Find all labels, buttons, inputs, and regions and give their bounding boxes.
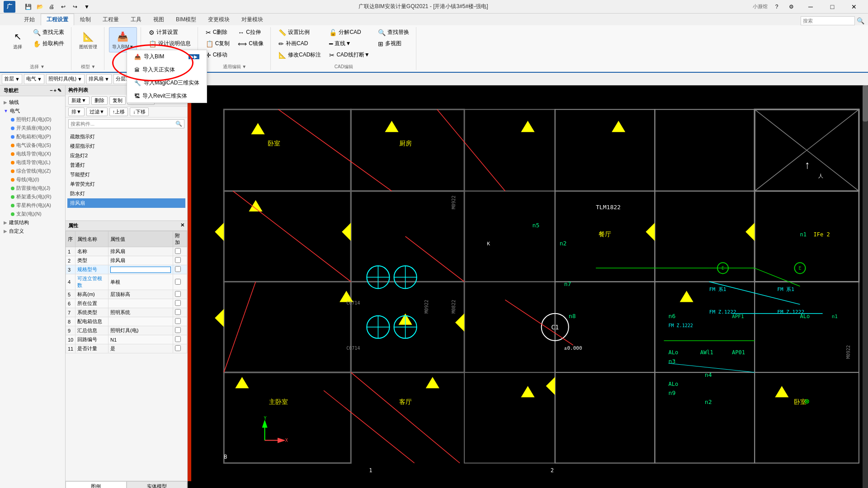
- prop-extra-5[interactable]: [175, 291, 181, 297]
- tab-view[interactable]: 视图: [147, 14, 170, 25]
- nav-item-axis[interactable]: ▶ 轴线: [2, 98, 63, 107]
- prop-input-3[interactable]: [110, 267, 171, 273]
- search-icon[interactable]: 🔍: [857, 17, 864, 24]
- import-bim-btn[interactable]: 📥 导入BIM▼: [109, 27, 137, 52]
- nav-item-lightning[interactable]: 防雷接地(电)(J): [9, 184, 63, 192]
- prop-value-11[interactable]: 是: [108, 344, 173, 353]
- menu-tianzheng[interactable]: 🏛 导入天正实体: [127, 63, 207, 76]
- nav-item-lighting[interactable]: 照明灯具(电)(D): [9, 115, 63, 124]
- prop-extra-11[interactable]: [175, 345, 181, 351]
- find-replace-btn[interactable]: 🔍查找替换: [375, 27, 412, 38]
- prop-extra-9[interactable]: [175, 327, 181, 333]
- c-stretch-btn[interactable]: ↔C拉伸: [235, 27, 267, 38]
- part-item-energy-lamp[interactable]: 节能壁灯: [67, 170, 185, 179]
- prop-extra-2[interactable]: [175, 257, 181, 263]
- menu-revit[interactable]: 🏗 导入Revit三维实体: [127, 89, 207, 103]
- tab-engineering-settings[interactable]: 工程设置: [41, 14, 74, 25]
- maximize-btn[interactable]: □: [822, 0, 843, 14]
- c-mirror-btn[interactable]: ⟺C镜像: [235, 38, 267, 49]
- nav-item-busbar[interactable]: 母线(电)(I): [9, 175, 63, 184]
- c-copy-btn[interactable]: 📋C复制: [203, 38, 233, 49]
- tab-draw[interactable]: 绘制: [74, 14, 97, 25]
- move-down-btn[interactable]: ↓下移: [130, 108, 149, 116]
- tab-legend[interactable]: 图例: [66, 481, 127, 488]
- modify-cad-btn[interactable]: 📐修改CAD标注: [275, 50, 324, 60]
- sort-btn[interactable]: 排▼: [68, 108, 85, 116]
- parts-search-icon[interactable]: 🔍: [174, 120, 184, 128]
- qa-save[interactable]: 💾: [23, 1, 33, 12]
- nav-item-distribution[interactable]: 配电箱柜(电)(P): [9, 132, 63, 141]
- tab-compare[interactable]: 对量模块: [236, 14, 269, 25]
- set-scale-btn[interactable]: 📏设置比例: [275, 27, 324, 38]
- nav-item-wire-conduit[interactable]: 电线导管(电)(X): [9, 150, 63, 158]
- prop-extra-3[interactable]: [175, 266, 181, 272]
- tab-tools[interactable]: 工具: [125, 14, 147, 25]
- nav-edit-btn[interactable]: ✎: [57, 88, 61, 94]
- menu-magicad[interactable]: 🔧 导入MagiCAD三维实体: [127, 76, 207, 89]
- floor-selector[interactable]: 首层▼: [2, 74, 22, 84]
- qa-redo[interactable]: ↪: [70, 1, 80, 12]
- part-item-floor-light[interactable]: 楼层指示灯: [67, 141, 185, 151]
- qa-open[interactable]: 📂: [34, 1, 45, 12]
- qa-print[interactable]: 🖨: [46, 1, 57, 12]
- nav-item-bridge[interactable]: 桥架通头(电)(R): [9, 192, 63, 201]
- prop-value-8[interactable]: [108, 317, 173, 326]
- vscroll-thumb[interactable]: [863, 85, 868, 122]
- tab-start[interactable]: 开始: [18, 14, 41, 25]
- line-btn[interactable]: ━直线▼: [326, 38, 373, 49]
- prop-value-1[interactable]: 排风扇: [108, 247, 173, 256]
- prop-value-9[interactable]: 照明灯具(电): [108, 326, 173, 335]
- select-btn[interactable]: ↖ 选择: [7, 27, 28, 52]
- part-item-escape-light[interactable]: 疏散指示灯: [67, 132, 185, 141]
- move-up-btn[interactable]: ↑上移: [109, 108, 128, 116]
- discipline-selector[interactable]: 电气▼: [24, 74, 44, 84]
- prop-extra-1[interactable]: [175, 248, 181, 254]
- prop-extra-6[interactable]: [175, 300, 181, 306]
- parts-search-input[interactable]: [69, 120, 174, 127]
- nav-add-btn[interactable]: +: [54, 88, 57, 94]
- help-btn[interactable]: ?: [771, 1, 782, 12]
- nav-item-cable-conduit[interactable]: 电缆导管(电)(L): [9, 158, 63, 167]
- cad-break-btn[interactable]: ✂CAD线打断▼: [326, 50, 373, 60]
- part-item-emergency-light[interactable]: 应急灯2: [67, 151, 185, 160]
- prop-extra-8[interactable]: [175, 318, 181, 324]
- nav-item-building[interactable]: ▶ 建筑结构: [2, 218, 63, 227]
- part-item-waterproof[interactable]: 防水灯: [67, 189, 185, 198]
- prop-extra-10[interactable]: [175, 336, 181, 342]
- prop-value-2[interactable]: 排风扇: [108, 256, 173, 265]
- decompose-cad-btn[interactable]: 🔓分解CAD: [326, 27, 373, 38]
- prop-value-5[interactable]: 层顶标高: [108, 290, 173, 299]
- nav-collapse-btn[interactable]: −: [50, 88, 52, 94]
- c-delete-btn[interactable]: ✂C删除: [203, 27, 233, 38]
- part-item-fan[interactable]: 排风扇: [67, 198, 185, 208]
- copy-part-btn[interactable]: 复制: [109, 96, 126, 105]
- props-close[interactable]: ✕: [180, 222, 184, 229]
- qa-undo[interactable]: ↩: [58, 1, 69, 12]
- find-element-btn[interactable]: 🔍查找元素: [30, 27, 67, 38]
- menu-import-bim-main[interactable]: 📥 导入BIM ▶▶: [127, 50, 207, 63]
- ribbon-search-input[interactable]: [801, 16, 855, 25]
- nav-item-electric[interactable]: ▼ 电气: [2, 107, 63, 115]
- part-item-tube-light[interactable]: 单管荧光灯: [67, 179, 185, 189]
- design-info-btn[interactable]: 📋设计说明信息: [146, 38, 194, 49]
- vscroll-bar[interactable]: [863, 85, 868, 488]
- nav-item-misc[interactable]: 零星构件(电)(A): [9, 201, 63, 210]
- prop-value-4[interactable]: 单根: [108, 274, 173, 290]
- qa-more[interactable]: ▼: [81, 1, 92, 12]
- delete-part-btn[interactable]: 删除: [91, 96, 108, 105]
- prop-value-3[interactable]: [108, 265, 173, 274]
- nav-item-custom[interactable]: ▶ 自定义: [2, 227, 63, 235]
- prop-value-10[interactable]: N1: [108, 335, 173, 344]
- nav-item-elec-equipment[interactable]: 电气设备(电)(S): [9, 141, 63, 150]
- new-part-btn[interactable]: 新建▼: [68, 96, 90, 105]
- tab-bim-model[interactable]: BIM模型: [170, 14, 202, 25]
- tab-change[interactable]: 变更模块: [202, 14, 236, 25]
- calc-settings-btn[interactable]: ⚙计算设置: [146, 27, 194, 38]
- prop-extra-4[interactable]: [175, 279, 181, 285]
- supplement-cad-btn[interactable]: ✏补画CAD: [275, 38, 324, 49]
- drawings-mgmt-btn[interactable]: 📐 图纸管理: [76, 27, 100, 52]
- tab-solid-model[interactable]: 实体模型: [127, 481, 188, 488]
- prop-value-6[interactable]: [108, 299, 173, 308]
- cad-viewport[interactable]: -SC2.0: [188, 85, 868, 488]
- nav-item-switch[interactable]: 开关插座(电)(K): [9, 124, 63, 132]
